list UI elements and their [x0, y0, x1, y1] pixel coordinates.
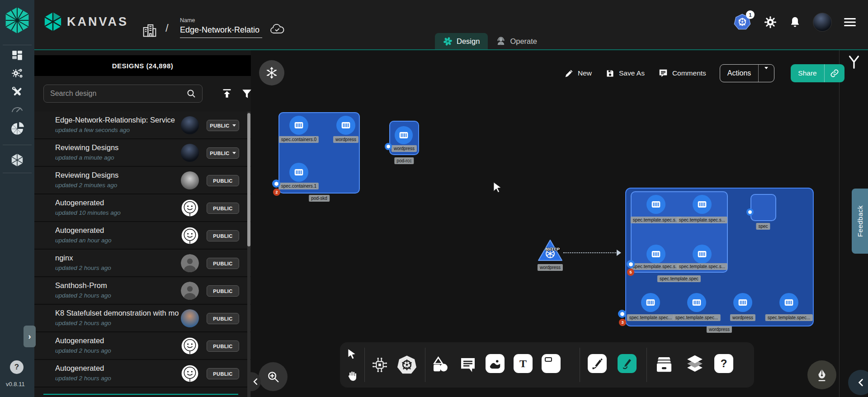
user-avatar[interactable] — [813, 13, 832, 32]
design-list-item[interactable]: Santhosh-Prom updated 2 hours ago PUBLIC — [34, 277, 251, 305]
pan-tool[interactable] — [342, 366, 362, 386]
design-list-item[interactable]: Edge-Network-Relationship: Service updat… — [34, 112, 251, 139]
top-header: KANVAS / Name — [34, 0, 868, 50]
notifications-bell-icon[interactable] — [789, 16, 801, 29]
organization-icon[interactable] — [142, 23, 157, 40]
save-as-button[interactable]: Save As — [605, 69, 645, 78]
snowflake-button[interactable] — [259, 60, 284, 85]
visibility-badge[interactable]: PUBLIC — [207, 285, 239, 297]
kubernetes-tool[interactable] — [395, 353, 419, 377]
node-container[interactable] — [687, 293, 706, 312]
node-container[interactable] — [733, 293, 752, 312]
tab-operate[interactable]: Operate — [488, 33, 545, 49]
share-split-button[interactable]: Share — [791, 64, 844, 82]
text-tool[interactable]: T — [514, 354, 533, 373]
visibility-badge[interactable]: PUBLIC — [207, 313, 239, 324]
feedback-tab[interactable]: Feedback — [852, 189, 868, 254]
collapse-right-button[interactable] — [848, 370, 868, 395]
expand-panel-button[interactable]: › — [24, 326, 36, 347]
select-tool[interactable] — [343, 344, 361, 364]
k8s-context-button[interactable]: 1 — [734, 13, 752, 31]
hamburger-menu-icon[interactable] — [844, 17, 856, 27]
kanvas-app: ? v0.8.11 › KANVAS / Name — [0, 0, 868, 397]
rail-item-performance[interactable] — [0, 104, 34, 113]
actions-split-button[interactable]: Actions — [720, 64, 774, 82]
node-container[interactable] — [693, 195, 712, 214]
node-container[interactable] — [289, 116, 308, 135]
freehand-draw-tool[interactable] — [618, 354, 637, 373]
visibility-badge[interactable]: PUBLIC — [207, 368, 239, 379]
node-label: spec.template.spec.s... — [677, 263, 727, 270]
design-list-item[interactable]: K8 Statefulset demonstration with mo upd… — [34, 305, 251, 332]
help-glyph: ? — [14, 363, 19, 372]
design-name-input[interactable] — [180, 24, 262, 38]
panel-scrollbar-thumb[interactable] — [247, 113, 250, 246]
avatar — [181, 282, 199, 300]
comment-tool[interactable] — [458, 354, 478, 375]
visibility-badge[interactable]: PUBLIC — [207, 230, 239, 241]
design-list-item[interactable]: Autogenerated updated 10 minutes ago PUB… — [34, 194, 251, 222]
node-pod-template[interactable] — [631, 191, 728, 273]
visibility-badge[interactable]: PUBLIC — [207, 175, 239, 186]
help-button[interactable]: ? — [10, 360, 24, 374]
avatar — [181, 254, 199, 272]
node-label: wordpress — [730, 314, 755, 321]
node-label: pod-rcc — [394, 157, 414, 164]
comments-button[interactable]: Comments — [658, 68, 706, 78]
node-container[interactable] — [395, 126, 413, 144]
node-service-wordpress[interactable] — [537, 239, 563, 264]
node-container[interactable] — [693, 245, 712, 264]
shapes-tool[interactable] — [429, 354, 451, 376]
image-tool[interactable] — [486, 354, 505, 373]
visibility-badge[interactable]: PUBLIC — [207, 203, 239, 214]
tab-design[interactable]: Design — [435, 33, 488, 49]
visibility-select[interactable]: PUBLIC — [207, 120, 239, 131]
visibility-badge[interactable]: PUBLIC — [207, 340, 239, 352]
design-list-item[interactable]: Autogenerated updated 2 hours ago PUBLIC — [34, 360, 251, 388]
design-list-item[interactable]: Reviewing Designs updated a minute ago P… — [34, 139, 251, 167]
design-list-item[interactable]: Autogenerated updated an hour ago PUBLIC — [34, 222, 251, 250]
drawer-tool[interactable] — [653, 354, 675, 376]
rail-item-meshery-hex[interactable] — [0, 153, 34, 167]
design-list-item[interactable]: nginx updated 2 hours ago PUBLIC — [34, 250, 251, 277]
design-list-item[interactable]: Autogenerated updated 2 hours ago PUBLIC — [34, 332, 251, 360]
upload-design-icon[interactable] — [221, 88, 233, 99]
node-container[interactable] — [289, 163, 308, 182]
node-spec[interactable] — [750, 194, 776, 221]
rail-item-dashboard[interactable] — [0, 50, 34, 61]
right-panel-divider — [839, 50, 840, 397]
layers-tool[interactable] — [684, 353, 706, 377]
visibility-select[interactable]: PUBLIC — [207, 147, 239, 159]
node-container[interactable] — [646, 245, 665, 264]
filter-icon[interactable] — [241, 88, 253, 99]
new-button[interactable]: New — [564, 69, 592, 78]
note-tool[interactable] — [542, 354, 561, 373]
design-list-item[interactable]: Reviewing Designs updated 2 minutes ago … — [34, 167, 251, 194]
node-container[interactable] — [641, 293, 660, 312]
help-tool[interactable]: ? — [714, 354, 733, 373]
node-container[interactable] — [646, 195, 665, 214]
panel-scrollbar-track[interactable] — [247, 112, 250, 397]
actions-caret[interactable] — [759, 69, 774, 77]
mouse-cursor — [493, 182, 503, 194]
node-container[interactable] — [779, 293, 798, 312]
designs-search-row — [43, 85, 251, 103]
rail-item-configuration[interactable] — [0, 85, 34, 98]
validator-button[interactable] — [846, 54, 862, 72]
visibility-badge[interactable]: PUBLIC — [207, 258, 239, 269]
zoom-in-button[interactable] — [259, 362, 288, 391]
settings-gear-icon[interactable] — [764, 15, 777, 29]
search-input[interactable] — [44, 90, 186, 98]
deployment-badge-icon — [618, 310, 626, 318]
node-label: spec.template.spec — [657, 275, 701, 282]
annotation-pen-button[interactable] — [807, 360, 836, 389]
comment-icon — [459, 356, 477, 374]
search-icon[interactable] — [186, 88, 197, 99]
rail-item-extensions[interactable] — [0, 122, 34, 136]
pen-tool[interactable] — [588, 354, 607, 373]
copy-link-icon[interactable] — [825, 69, 844, 78]
rail-item-lifecycle[interactable] — [0, 67, 34, 80]
node-container[interactable] — [336, 116, 355, 135]
node-label: spec.template.spec... — [673, 314, 721, 321]
mesh-components-tool[interactable] — [369, 354, 391, 376]
